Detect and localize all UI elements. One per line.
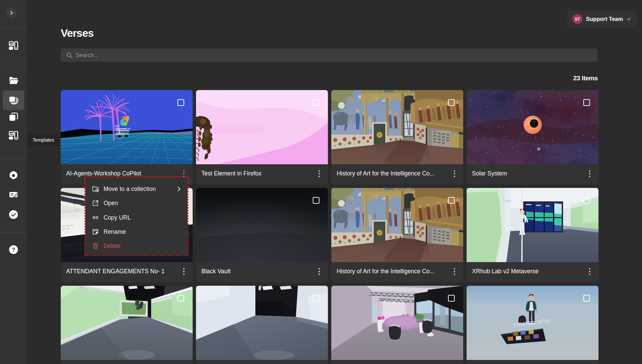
svg-text:?: ?	[12, 247, 15, 253]
